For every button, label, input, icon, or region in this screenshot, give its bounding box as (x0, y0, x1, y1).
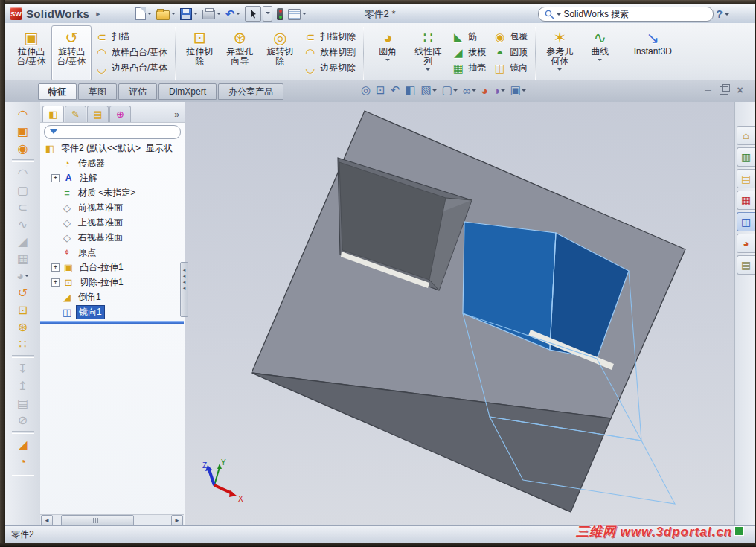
help-button[interactable]: ? (716, 8, 723, 20)
appearances-icon[interactable]: ◕ (737, 234, 755, 253)
expand-box-icon[interactable]: + (51, 174, 60, 182)
tab-features[interactable]: 特征 (38, 83, 77, 100)
scroll-left-button[interactable]: ◄ (41, 515, 53, 526)
lofted-surface-icon[interactable]: ◠ (10, 164, 36, 182)
boundary-surface-icon[interactable]: ▢ (10, 182, 36, 199)
extruded-boss-base-button[interactable]: ▣ 拉伸凸 台/基体 (11, 25, 51, 81)
close-button[interactable]: × (734, 84, 746, 96)
wrap-button[interactable]: ◉包覆 (490, 29, 531, 45)
tree-item-top-plane[interactable]: ◇上视基准面 (40, 215, 184, 230)
edit-appearance-icon[interactable]: ◕ (481, 84, 488, 97)
dropdown-arrow-icon[interactable] (432, 89, 437, 94)
section-view-icon[interactable]: ◧ (405, 83, 415, 97)
panel-chevron-icon[interactable]: » (174, 109, 182, 122)
hide-show-items-icon[interactable]: ∞ (463, 84, 476, 97)
boundary-cut-button[interactable]: ◡边界切除 (300, 60, 359, 76)
curve-icon[interactable]: ∿ (10, 216, 36, 233)
file-explorer-icon[interactable]: ▤ (737, 169, 755, 188)
lofted-cut-button[interactable]: ◠放样切割 (300, 45, 359, 60)
draft-icon[interactable]: ◢ (10, 233, 36, 250)
fillet-icon[interactable]: ◕ (10, 267, 36, 284)
tree-item-annotations[interactable]: +A注解 (40, 170, 184, 185)
lofted-boss-base-button[interactable]: ◠放样凸台/基体 (92, 45, 171, 60)
save-button[interactable] (179, 7, 199, 21)
tree-item-origin[interactable]: ⌖原点 (40, 245, 184, 260)
select-dropdown[interactable] (263, 6, 272, 22)
instant3d-button[interactable]: ↘ Instant3D (628, 25, 677, 81)
sweep-icon[interactable]: ⊂ (10, 199, 36, 216)
dimxpertmanager-tab-icon[interactable]: ⊕ (109, 106, 131, 122)
tree-item-part[interactable]: ◧零件2 (默认<<默认>_显示状 (40, 141, 184, 156)
tree-item-chamfer1[interactable]: ◢倒角1 (40, 290, 184, 304)
select-button[interactable] (243, 5, 274, 22)
shell-icon[interactable]: ▦ (10, 250, 36, 267)
rib-button[interactable]: ◣筋 (448, 29, 490, 45)
zoom-fit-icon[interactable]: ◎ (361, 83, 371, 97)
extruded-surface-icon[interactable]: ▣ (10, 123, 36, 140)
previous-view-icon[interactable]: ↶ (391, 83, 400, 97)
search-scope-dropdown[interactable] (557, 13, 561, 18)
fillet-button[interactable]: ◕ 圆角 (368, 25, 408, 81)
mirror-button[interactable]: ◫镜向 (490, 60, 531, 76)
undo-button[interactable]: ↶ (224, 7, 243, 21)
tab-dimxpert[interactable]: DimXpert (158, 83, 217, 100)
wrap-icon[interactable]: ◔ (10, 453, 36, 470)
move-body-icon[interactable]: ↧ (10, 360, 36, 377)
revolved-cut-button[interactable]: ◎ 旋转切 除 (260, 25, 300, 81)
chamfer-icon[interactable]: ◢ (10, 436, 36, 453)
revolved-boss-base-button[interactable]: ↺ 旋转凸 台/基体 (51, 25, 92, 81)
rollback-bar[interactable] (40, 321, 184, 324)
linear-pattern-button[interactable]: ∷ 线性阵 列 (408, 25, 448, 81)
scroll-right-button[interactable]: ► (171, 515, 183, 526)
tab-sketch[interactable]: 草图 (78, 83, 117, 100)
boundary-boss-base-button[interactable]: ◡边界凸台/基体 (92, 60, 171, 76)
zoom-area-icon[interactable]: ⊡ (376, 83, 385, 97)
draft-button[interactable]: ◢拔模 (448, 45, 490, 60)
tree-item-sensors[interactable]: ◔传感器 (40, 156, 184, 170)
dropdown-arrow-icon[interactable] (25, 275, 29, 279)
propertymanager-tab-icon[interactable]: ✎ (65, 106, 86, 122)
help-dropdown[interactable] (725, 13, 729, 18)
tree-item-boss-extrude1[interactable]: +▣凸台-拉伸1 (40, 260, 184, 275)
view-palette-icon[interactable]: ◫ (737, 212, 755, 231)
display-style-icon[interactable]: ▢ (442, 83, 458, 97)
featuremanager-tab-icon[interactable]: ◧ (42, 106, 64, 122)
curves-button[interactable]: ∿ 曲线 (580, 25, 620, 81)
swept-surface-icon[interactable]: ◠ (10, 106, 36, 123)
rotate-body-icon[interactable]: ↥ (10, 377, 36, 394)
dropdown-arrow-icon[interactable] (522, 89, 526, 94)
apply-scene-icon[interactable]: ◑ (493, 84, 505, 97)
custom-properties-icon[interactable]: ▤ (737, 255, 755, 275)
tab-office-products[interactable]: 办公室产品 (218, 83, 284, 100)
configurationmanager-tab-icon[interactable]: ▤ (87, 106, 109, 122)
options-button[interactable] (286, 7, 308, 21)
swept-boss-base-button[interactable]: ⊂扫描 (92, 29, 171, 45)
revolved-surface-icon[interactable]: ◉ (10, 140, 36, 157)
extruded-cut-button[interactable]: ⊡ 拉伸切 除 (179, 25, 220, 81)
swept-cut-button[interactable]: ⊂扫描切除 (300, 29, 359, 45)
hole-wizard-icon[interactable]: ⊛ (10, 319, 36, 336)
tree-item-cut-extrude1[interactable]: +⊡切除-拉伸1 (40, 275, 184, 290)
search-input[interactable]: SolidWorks 搜索 (538, 7, 714, 22)
view-settings-icon[interactable]: ▣ (510, 83, 526, 97)
open-button[interactable] (155, 7, 177, 21)
intersect-icon[interactable]: ⊘ (10, 412, 36, 429)
shell-button[interactable]: ▦抽壳 (448, 60, 490, 76)
expand-box-icon[interactable]: + (51, 278, 60, 287)
combine-icon[interactable]: ▤ (10, 394, 36, 412)
dome-button[interactable]: ◓圆顶 (490, 45, 531, 60)
rebuild-button[interactable] (275, 7, 285, 21)
menu-flyout-arrow-icon[interactable]: ▸ (96, 9, 100, 19)
tree-item-material[interactable]: ≡材质 <未指定> (40, 185, 184, 200)
tab-evaluate[interactable]: 评估 (118, 83, 157, 100)
graphics-viewport[interactable]: Y Z X (185, 102, 735, 526)
new-button[interactable] (134, 7, 153, 21)
minimize-button[interactable]: ─ (702, 85, 714, 95)
tree-item-front-plane[interactable]: ◇前视基准面 (40, 200, 184, 215)
panel-splitter-handle[interactable]: ◂ ◂ ◂ ◂ (180, 262, 188, 317)
tree-item-right-plane[interactable]: ◇右视基准面 (40, 230, 184, 245)
dropdown-arrow-icon[interactable] (453, 89, 458, 94)
reference-geometry-button[interactable]: ✶ 参考几 何体 (539, 25, 580, 81)
toolbox-icon[interactable]: ▦ (737, 191, 755, 210)
expand-box-icon[interactable]: + (51, 263, 60, 272)
